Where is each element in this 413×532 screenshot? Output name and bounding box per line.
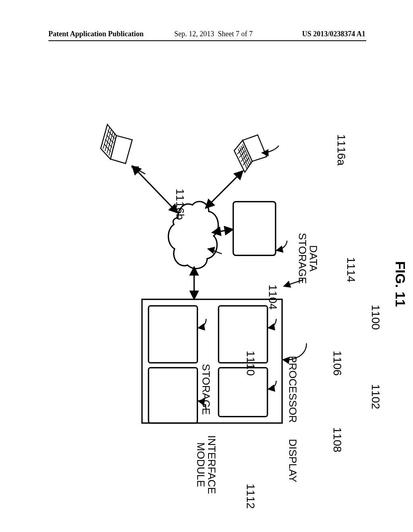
label-datastorage: DATA STORAGE xyxy=(296,227,319,290)
ref-1104: 1104 xyxy=(266,285,279,310)
ref-1112: 1112 xyxy=(244,484,257,509)
label-storage: STORAGE xyxy=(200,355,211,423)
ref-1116a: 1116a xyxy=(335,134,348,166)
header-rule xyxy=(48,40,366,41)
header-pubno: US 2013/0238374 A1 xyxy=(302,30,365,38)
ref-1106: 1106 xyxy=(331,351,344,376)
ref-1110: 1110 xyxy=(244,351,257,376)
interface-module-box xyxy=(148,368,197,423)
header-sheet: Sheet 7 of 7 xyxy=(218,30,252,38)
label-processor: PROCESSOR xyxy=(287,355,298,423)
header-date: Sep. 12, 2013 xyxy=(174,30,214,38)
page: Patent Application Publication Sep. 12, … xyxy=(0,0,413,532)
laptop-b-icon xyxy=(99,124,134,164)
ref-1114: 1114 xyxy=(344,257,357,282)
ref-1108: 1108 xyxy=(331,427,344,452)
label-interface-l1: INTERFACE xyxy=(206,435,218,494)
label-interface: INTERFACE MODULE xyxy=(195,431,217,498)
ref-1102: 1102 xyxy=(369,384,382,409)
label-datastorage-l2: STORAGE xyxy=(296,233,309,284)
figure-11: FIG. 11 1100 1102 1106 1108 1110 1112 11… xyxy=(1,104,412,436)
label-display: DISPLAY xyxy=(287,432,298,489)
storage-box xyxy=(148,306,197,363)
label-interface-l2: MODULE xyxy=(195,442,207,487)
link-laptop-b-cloud xyxy=(132,166,178,213)
display-box xyxy=(219,368,267,416)
header-date-sheet: Sep. 12, 2013 Sheet 7 of 7 xyxy=(174,30,252,38)
figure-title: FIG. 11 xyxy=(392,261,408,307)
processor-box xyxy=(219,306,267,363)
link-laptop-a-cloud xyxy=(206,171,243,208)
data-storage-box xyxy=(233,202,275,255)
ref-1100: 1100 xyxy=(369,305,382,330)
ref-1116b: 1116b xyxy=(173,189,186,220)
laptop-a-icon xyxy=(232,134,268,173)
header-publication: Patent Application Publication xyxy=(48,30,144,38)
label-datastorage-l1: DATA xyxy=(307,245,319,271)
